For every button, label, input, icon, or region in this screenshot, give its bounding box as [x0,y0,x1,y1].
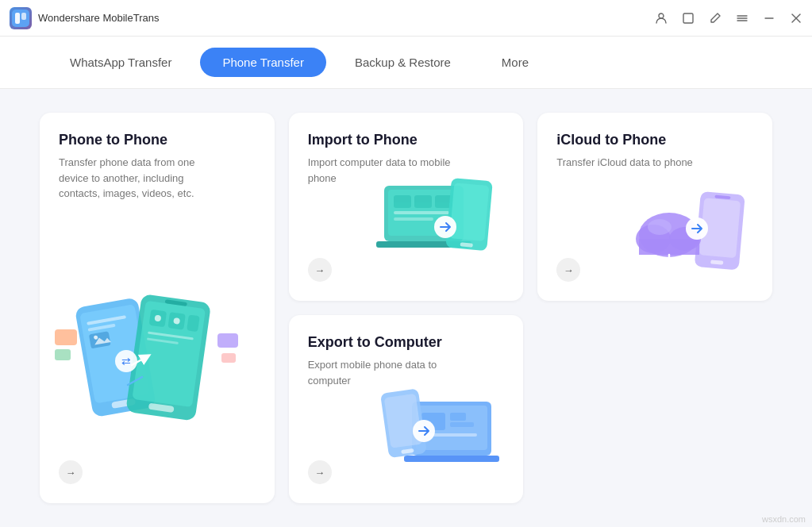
card-phone-to-phone-arrow[interactable]: → [59,460,83,484]
square-icon[interactable] [682,12,695,25]
watermark: wsxdn.com [762,514,806,524]
edit-icon[interactable] [709,12,722,25]
close-icon[interactable] [790,12,802,25]
svg-rect-61 [450,413,466,421]
card-phone-to-phone-desc: Transfer phone data from one device to a… [59,155,202,202]
tab-whatsapp[interactable]: WhatsApp Transfer [48,48,194,77]
minimize-icon[interactable] [763,12,775,25]
svg-point-3 [659,13,664,18]
svg-point-56 [648,219,672,235]
menu-icon[interactable] [736,12,749,25]
tab-phone[interactable]: Phone Transfer [200,48,326,77]
window-controls [655,12,802,25]
titlebar: Wondershare MobileTrans [0,0,812,37]
card-import-arrow[interactable]: → [308,258,332,282]
svg-rect-39 [414,195,432,208]
svg-rect-33 [221,353,236,363]
card-import-to-phone: Import to Phone Import computer data to … [289,113,524,301]
card-export-arrow[interactable]: → [308,460,332,484]
svg-rect-2 [21,13,26,20]
svg-rect-45 [450,183,490,241]
svg-rect-4 [683,13,693,23]
svg-rect-19 [55,329,77,345]
svg-rect-0 [12,10,29,27]
card-icloud-to-phone: iCloud to Phone Transfer iCloud data to … [537,113,772,301]
card-export-title: Export to Computer [308,334,505,351]
svg-rect-38 [394,195,411,208]
svg-rect-41 [394,211,449,214]
card-icloud-desc: Transfer iCloud data to phone [556,155,699,171]
card-export-to-computer: Export to Computer Export mobile phone d… [289,315,524,503]
card-phone-to-phone: Phone to Phone Transfer phone data from … [40,113,275,503]
card-import-title: Import to Phone [308,132,505,148]
svg-rect-64 [404,456,499,462]
svg-rect-27 [187,314,200,332]
svg-rect-20 [55,349,71,360]
svg-rect-42 [394,217,433,221]
svg-rect-55 [639,239,699,255]
card-icloud-title: iCloud to Phone [556,132,753,148]
app-logo [10,7,32,29]
svg-text:⇄: ⇄ [121,355,131,367]
tab-backup[interactable]: Backup & Restore [333,48,473,77]
main-content: Phone to Phone Transfer phone data from … [0,89,812,527]
nav-bar: WhatsApp Transfer Phone Transfer Backup … [0,37,812,89]
svg-rect-32 [217,333,238,348]
card-phone-to-phone-title: Phone to Phone [59,132,256,148]
card-icloud-arrow[interactable]: → [556,258,580,282]
svg-rect-1 [15,13,20,24]
tab-more[interactable]: More [479,48,551,77]
app-title: Wondershare MobileTrans [38,12,655,24]
person-icon[interactable] [655,12,668,25]
svg-rect-62 [450,422,474,427]
